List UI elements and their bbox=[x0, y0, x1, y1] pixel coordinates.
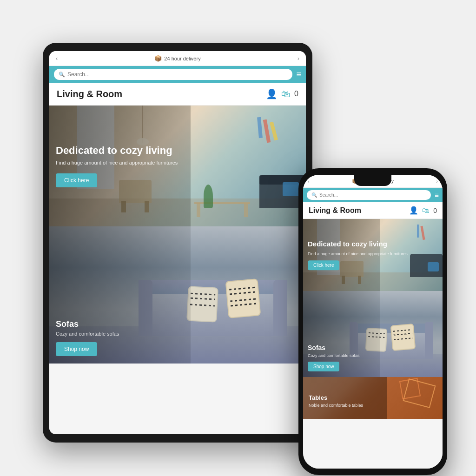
tablet-content: Dedicated to cozy living Find a huge amo… bbox=[49, 106, 306, 434]
phone-notch bbox=[354, 175, 391, 186]
tablet-delivery-info: 📦 24 hour delivery bbox=[154, 55, 200, 62]
phone-tables-card: Tables Noble and comfortable tables bbox=[303, 377, 443, 419]
tablet-sofas-content: Sofas Cozy and comfortable sofas Shop no… bbox=[56, 319, 119, 356]
tablet-search-input[interactable] bbox=[67, 71, 288, 78]
tablet-site-title: Living & Room bbox=[57, 89, 122, 99]
tablet-search-box[interactable]: 🔍 bbox=[54, 69, 292, 80]
phone-search-box[interactable]: 🔍 bbox=[307, 190, 431, 200]
tablet-sofas-title: Sofas bbox=[56, 319, 119, 329]
tablet-user-icon[interactable]: 👤 bbox=[266, 88, 278, 99]
tablet-nav-back[interactable]: ‹ bbox=[56, 55, 58, 62]
tablet-screen: ‹ 📦 24 hour delivery › 🔍 ≡ Living & Room bbox=[49, 51, 306, 434]
phone-sofas-title: Sofas bbox=[308, 344, 360, 351]
phone-hero-content: Dedicated to cozy living Find a huge amo… bbox=[308, 240, 408, 271]
tablet-hero-subtitle: Find a huge amount of nice and appropria… bbox=[56, 160, 178, 167]
phone-hero-title: Dedicated to cozy living bbox=[308, 240, 408, 248]
tablet-hero-title: Dedicated to cozy living bbox=[56, 145, 178, 157]
tablet-nav-forward[interactable]: › bbox=[298, 55, 299, 62]
tablet-cart-count: 0 bbox=[294, 90, 298, 98]
tablet-sofas-card: Sofas Cozy and comfortable sofas Shop no… bbox=[49, 226, 306, 364]
phone-sofas-card: Sofas Cozy and comfortable sofas Shop no… bbox=[303, 291, 443, 377]
phone-hero-subtitle: Find a huge amount of nice and appropria… bbox=[308, 251, 408, 257]
tablet-device: ‹ 📦 24 hour delivery › 🔍 ≡ Living & Room bbox=[43, 43, 312, 443]
phone-content: Dedicated to cozy living Find a huge amo… bbox=[303, 219, 443, 469]
tablet-search-icon: 🔍 bbox=[59, 72, 65, 78]
phone-nav-bar: 🔍 ≡ bbox=[303, 188, 443, 202]
tablet-nav-bar: 🔍 ≡ bbox=[49, 66, 306, 83]
phone-screen: ‹ 📦 24 hour delivery › 🔍 ≡ Living & Room bbox=[303, 175, 443, 469]
phone-hero-banner: Dedicated to cozy living Find a huge amo… bbox=[303, 219, 443, 291]
phone-sofas-subtitle: Cozy and comfortable sofas bbox=[308, 353, 360, 358]
phone-hamburger-button[interactable]: ≡ bbox=[435, 191, 439, 199]
phone-nav-back[interactable]: ‹ bbox=[308, 178, 310, 184]
phone-device: ‹ 📦 24 hour delivery › 🔍 ≡ Living & Room bbox=[298, 168, 447, 475]
phone-search-input[interactable] bbox=[319, 192, 426, 198]
phone-tables-title: Tables bbox=[309, 394, 363, 401]
tablet-hero-content: Dedicated to cozy living Find a huge amo… bbox=[56, 145, 178, 187]
tablet-delivery-icon: 📦 bbox=[154, 55, 162, 62]
tablet-delivery-text: 24 hour delivery bbox=[164, 56, 200, 61]
tablet-hero-banner: Dedicated to cozy living Find a huge amo… bbox=[49, 106, 306, 226]
tablet-sofas-cta[interactable]: Shop now bbox=[56, 342, 97, 356]
phone-cart-icon[interactable]: 🛍 bbox=[422, 206, 430, 215]
phone-header-icons: 👤 🛍 0 bbox=[409, 206, 437, 215]
phone-hero-cta[interactable]: Click here bbox=[308, 260, 339, 270]
phone-sofas-cta[interactable]: Shop now bbox=[308, 362, 339, 371]
phone-tables-content: Tables Noble and comfortable tables bbox=[309, 394, 363, 413]
scene: ‹ 📦 24 hour delivery › 🔍 ≡ Living & Room bbox=[29, 29, 447, 447]
phone-tables-subtitle: Noble and comfortable tables bbox=[309, 403, 363, 408]
tablet-cart-icon[interactable]: 🛍 bbox=[281, 89, 291, 99]
tablet-header: Living & Room 👤 🛍 0 bbox=[49, 83, 306, 106]
phone-site-title: Living & Room bbox=[309, 206, 361, 215]
tablet-header-icons: 👤 🛍 0 bbox=[266, 88, 298, 99]
tablet-top-bar: ‹ 📦 24 hour delivery › bbox=[49, 51, 306, 66]
phone-nav-forward[interactable]: › bbox=[436, 178, 438, 184]
phone-user-icon[interactable]: 👤 bbox=[409, 206, 418, 215]
tablet-hamburger-button[interactable]: ≡ bbox=[296, 70, 301, 79]
tablet-hero-cta[interactable]: Click here bbox=[56, 173, 97, 187]
phone-sofas-content: Sofas Cozy and comfortable sofas Shop no… bbox=[308, 344, 360, 371]
tablet-sofas-subtitle: Cozy and comfortable sofas bbox=[56, 331, 119, 337]
phone-header: Living & Room 👤 🛍 0 bbox=[303, 202, 443, 219]
phone-cart-count: 0 bbox=[433, 207, 437, 214]
phone-search-icon: 🔍 bbox=[311, 192, 317, 198]
